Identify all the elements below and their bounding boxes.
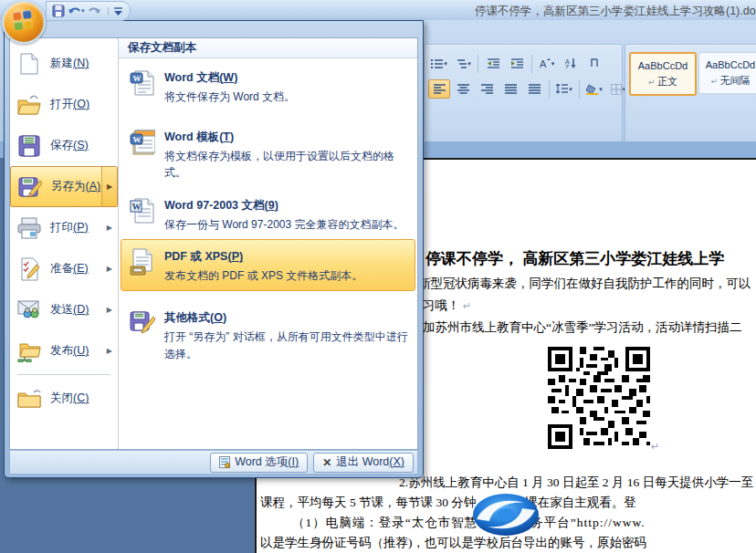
style-sample: AaBbCcDd [631, 60, 695, 71]
document-line: 以是学生身份证号码（推荐)，也可以是学校后台导出的账号，原始密码 [260, 535, 646, 551]
svg-text:W: W [133, 74, 142, 83]
office-logo-icon [13, 10, 34, 31]
other-formats-icon [129, 308, 156, 362]
office-menu-left-column: 新建N 打开O 保存S [10, 38, 118, 449]
multilevel-list-button[interactable]: ▾ [452, 54, 474, 73]
paragraph-mark-icon [463, 300, 471, 311]
justify-button[interactable] [499, 79, 521, 99]
style-name: 正文 [631, 75, 695, 89]
submenu-arrow-icon: ▶ [107, 306, 112, 314]
menu-item-save-as[interactable]: 另存为A ▶ [10, 166, 118, 207]
document-line: 习哦！ [423, 297, 471, 314]
align-left-button[interactable] [428, 79, 450, 99]
submenu-arrow-icon: ▶ [107, 347, 112, 355]
menu-item-print[interactable]: 打印P ▶ [10, 207, 118, 248]
close-folder-icon [16, 390, 43, 408]
publish-folder-icon [16, 340, 43, 362]
exit-word-button[interactable]: ✕ 退出 WordX [313, 453, 414, 473]
align-center-button[interactable] [452, 79, 474, 99]
sort-button[interactable]: AZ [560, 54, 582, 73]
submenu-item-word-97-2003[interactable]: W Word 97-2003 文档9 保存一份与 Word 97-2003 完全… [121, 188, 415, 240]
document-heading: 停课不停学， 高新区第三小学娄江娃线上学 [425, 248, 724, 269]
svg-text:A: A [540, 58, 547, 68]
shading-button[interactable]: ▾ [583, 79, 605, 99]
save-floppy-icon [16, 135, 43, 157]
submenu-item-word-document[interactable]: W Word 文档W 将文件保存为 Word 文档。 [121, 60, 415, 112]
numbering-button[interactable]: ▾ [428, 54, 450, 73]
style-no-spacing[interactable]: AaBbCcDd 无间隔 [698, 52, 756, 94]
prepare-document-icon [16, 257, 43, 281]
qat-redo-button[interactable] [88, 5, 101, 16]
qr-code [548, 347, 650, 449]
word-document-icon: W [129, 68, 156, 106]
office-menu: 新建N 打开O 保存S [4, 20, 424, 478]
increase-indent-button[interactable] [506, 54, 528, 73]
word-97-2003-icon: W [129, 196, 156, 234]
distribute-button[interactable] [523, 79, 545, 99]
show-marks-button[interactable] [583, 54, 605, 73]
menu-item-prepare[interactable]: 准备E ▶ [10, 248, 118, 289]
menu-item-close[interactable]: 关闭C [10, 378, 118, 419]
save-as-submenu: 保存文档副本 W Word 文档W 将文件保存为 Word 文档。 W [118, 38, 417, 449]
menu-item-new[interactable]: 新建N [10, 43, 118, 84]
submenu-item-other-formats[interactable]: 其他格式O 打开 “另存为” 对话框，从所有可用文件类型中进行选择。 [121, 300, 415, 369]
document-line: 2.苏州线上教育中心自 1 月 30 日起至 2 月 16 日每天提供小学一至 [399, 475, 753, 491]
submenu-item-word-template[interactable]: W Word 模板T 将文档保存为模板，以便用于设置以后文档的格式。 [121, 120, 415, 188]
style-sample: AaBbCcDd [699, 59, 756, 70]
decrease-indent-button[interactable] [482, 54, 504, 73]
word-template-icon: W [129, 128, 156, 182]
open-folder-icon [16, 95, 43, 115]
separator [579, 80, 580, 99]
save-as-floppy-pencil-icon [16, 175, 44, 199]
menu-separator [17, 374, 110, 375]
separator [549, 80, 550, 99]
submenu-arrow-icon: ▶ [101, 167, 117, 206]
document-line: 加苏州市线上教育中心“冰雪季”学习活动，活动详情扫描二 [423, 319, 741, 336]
qat-save-button[interactable] [52, 5, 65, 17]
send-email-icon [16, 300, 43, 320]
line-spacing-button[interactable]: ▾ [553, 79, 575, 99]
word-options-button[interactable]: Word 选项I [210, 453, 308, 473]
align-right-button[interactable] [476, 79, 498, 99]
new-document-icon [16, 53, 43, 75]
menu-item-save[interactable]: 保存S [10, 125, 118, 166]
style-name: 无间隔 [699, 74, 756, 88]
swirl-watermark-logo [471, 492, 541, 537]
menu-item-publish[interactable]: 发布U ▶ [10, 330, 118, 371]
office-button[interactable] [2, 0, 46, 44]
paragraph-mark-icon [651, 441, 659, 453]
submenu-header: 保存文档副本 [119, 38, 417, 58]
asian-layout-button[interactable]: A▾ [536, 54, 558, 73]
pdf-xps-icon [129, 247, 156, 285]
svg-text:W: W [133, 135, 142, 144]
word-options-icon [219, 456, 230, 468]
style-normal[interactable]: AaBbCcDd 正文 [629, 52, 697, 96]
document-line: 新型冠状病毒来袭，同学们在做好自我防护工作的同时，可以 [418, 276, 751, 292]
separator [531, 55, 532, 73]
svg-text:Z: Z [565, 64, 570, 68]
office-menu-footer: Word 选项I ✕ 退出 WordX [9, 451, 418, 475]
printer-icon [16, 217, 43, 239]
document-line: （1）电脑端：登录“太仓市智慧教育云服务平台”http://www. [292, 515, 646, 531]
word-2007-window: 停课不停学，高新区第三小学娄江娃线上学习攻略(1).docx - Micr ▾ … [0, 0, 756, 553]
window-title: 停课不停学，高新区第三小学娄江娃线上学习攻略(1).docx - Micr [475, 4, 756, 19]
document-line: 课程，平均每天 5 节课，每节课 30 分钟。同学们课在家自主观看。登 [260, 495, 636, 511]
qat-undo-button[interactable]: ▾ [68, 5, 85, 16]
menu-item-open[interactable]: 打开O [10, 84, 118, 125]
menu-item-send[interactable]: 发送D ▶ [10, 289, 118, 330]
quick-access-toolbar: ▾ [46, 1, 131, 21]
svg-text:W: W [132, 202, 142, 212]
submenu-arrow-icon: ▶ [107, 224, 112, 232]
exit-x-icon: ✕ [322, 456, 331, 469]
submenu-arrow-icon: ▶ [107, 265, 112, 273]
qat-customize-button[interactable] [108, 7, 122, 16]
separator [478, 55, 478, 73]
submenu-item-pdf-xps[interactable]: PDF 或 XPSP 发布文档的 PDF 或 XPS 文件格式副本。 [121, 239, 415, 291]
